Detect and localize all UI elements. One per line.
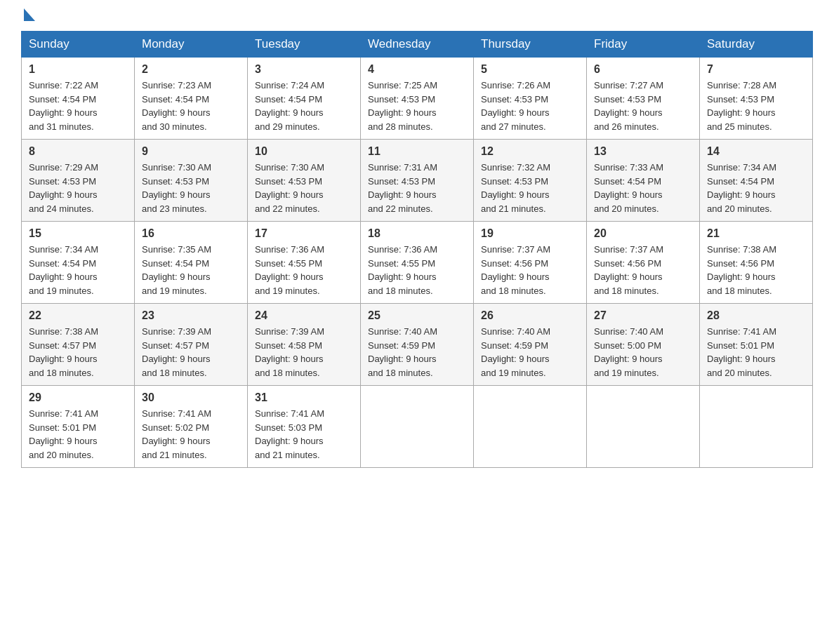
calendar-week-row: 8 Sunrise: 7:29 AMSunset: 4:53 PMDayligh… bbox=[22, 140, 813, 222]
calendar-cell bbox=[474, 386, 587, 468]
calendar-cell bbox=[587, 386, 700, 468]
day-info: Sunrise: 7:39 AMSunset: 4:57 PMDaylight:… bbox=[142, 326, 211, 378]
day-info: Sunrise: 7:35 AMSunset: 4:54 PMDaylight:… bbox=[142, 244, 211, 296]
calendar-week-row: 22 Sunrise: 7:38 AMSunset: 4:57 PMDaylig… bbox=[22, 304, 813, 386]
calendar-cell: 29 Sunrise: 7:41 AMSunset: 5:01 PMDaylig… bbox=[22, 386, 135, 468]
calendar-cell: 16 Sunrise: 7:35 AMSunset: 4:54 PMDaylig… bbox=[135, 222, 248, 304]
calendar-cell: 11 Sunrise: 7:31 AMSunset: 4:53 PMDaylig… bbox=[361, 140, 474, 222]
day-info: Sunrise: 7:41 AMSunset: 5:01 PMDaylight:… bbox=[29, 408, 98, 460]
calendar-cell: 18 Sunrise: 7:36 AMSunset: 4:55 PMDaylig… bbox=[361, 222, 474, 304]
calendar-cell bbox=[700, 386, 813, 468]
calendar-cell: 14 Sunrise: 7:34 AMSunset: 4:54 PMDaylig… bbox=[700, 140, 813, 222]
calendar-cell: 23 Sunrise: 7:39 AMSunset: 4:57 PMDaylig… bbox=[135, 304, 248, 386]
calendar-cell: 12 Sunrise: 7:32 AMSunset: 4:53 PMDaylig… bbox=[474, 140, 587, 222]
weekday-header-monday: Monday bbox=[135, 32, 248, 58]
weekday-header-sunday: Sunday bbox=[22, 32, 135, 58]
calendar-cell bbox=[361, 386, 474, 468]
calendar-cell: 20 Sunrise: 7:37 AMSunset: 4:56 PMDaylig… bbox=[587, 222, 700, 304]
day-number: 14 bbox=[707, 145, 805, 158]
day-info: Sunrise: 7:34 AMSunset: 4:54 PMDaylight:… bbox=[29, 244, 98, 296]
day-info: Sunrise: 7:30 AMSunset: 4:53 PMDaylight:… bbox=[255, 162, 324, 214]
calendar-cell: 27 Sunrise: 7:40 AMSunset: 5:00 PMDaylig… bbox=[587, 304, 700, 386]
day-number: 21 bbox=[707, 227, 805, 240]
day-number: 5 bbox=[481, 63, 579, 76]
day-number: 27 bbox=[594, 309, 692, 322]
day-number: 6 bbox=[594, 63, 692, 76]
day-info: Sunrise: 7:36 AMSunset: 4:55 PMDaylight:… bbox=[255, 244, 324, 296]
calendar-cell: 2 Sunrise: 7:23 AMSunset: 4:54 PMDayligh… bbox=[135, 58, 248, 140]
day-info: Sunrise: 7:31 AMSunset: 4:53 PMDaylight:… bbox=[368, 162, 437, 214]
calendar-cell: 31 Sunrise: 7:41 AMSunset: 5:03 PMDaylig… bbox=[248, 386, 361, 468]
day-number: 15 bbox=[29, 227, 127, 240]
day-info: Sunrise: 7:29 AMSunset: 4:53 PMDaylight:… bbox=[29, 162, 98, 214]
day-info: Sunrise: 7:22 AMSunset: 4:54 PMDaylight:… bbox=[29, 80, 98, 132]
calendar-cell: 19 Sunrise: 7:37 AMSunset: 4:56 PMDaylig… bbox=[474, 222, 587, 304]
calendar-cell: 8 Sunrise: 7:29 AMSunset: 4:53 PMDayligh… bbox=[22, 140, 135, 222]
day-number: 29 bbox=[29, 391, 127, 404]
day-number: 23 bbox=[142, 309, 240, 322]
day-info: Sunrise: 7:40 AMSunset: 4:59 PMDaylight:… bbox=[481, 326, 550, 378]
day-info: Sunrise: 7:39 AMSunset: 4:58 PMDaylight:… bbox=[255, 326, 324, 378]
day-number: 22 bbox=[29, 309, 127, 322]
day-number: 8 bbox=[29, 145, 127, 158]
day-number: 11 bbox=[368, 145, 466, 158]
day-number: 19 bbox=[481, 227, 579, 240]
day-number: 18 bbox=[368, 227, 466, 240]
calendar-cell: 28 Sunrise: 7:41 AMSunset: 5:01 PMDaylig… bbox=[700, 304, 813, 386]
weekday-header-wednesday: Wednesday bbox=[361, 32, 474, 58]
page-header bbox=[21, 14, 813, 17]
calendar-cell: 21 Sunrise: 7:38 AMSunset: 4:56 PMDaylig… bbox=[700, 222, 813, 304]
calendar-week-row: 15 Sunrise: 7:34 AMSunset: 4:54 PMDaylig… bbox=[22, 222, 813, 304]
day-number: 4 bbox=[368, 63, 466, 76]
day-info: Sunrise: 7:41 AMSunset: 5:03 PMDaylight:… bbox=[255, 408, 324, 460]
day-info: Sunrise: 7:30 AMSunset: 4:53 PMDaylight:… bbox=[142, 162, 211, 214]
day-info: Sunrise: 7:37 AMSunset: 4:56 PMDaylight:… bbox=[481, 244, 550, 296]
day-number: 31 bbox=[255, 391, 353, 404]
calendar-cell: 24 Sunrise: 7:39 AMSunset: 4:58 PMDaylig… bbox=[248, 304, 361, 386]
day-number: 17 bbox=[255, 227, 353, 240]
calendar-table: SundayMondayTuesdayWednesdayThursdayFrid… bbox=[21, 31, 813, 468]
weekday-header-saturday: Saturday bbox=[700, 32, 813, 58]
day-number: 3 bbox=[255, 63, 353, 76]
day-number: 24 bbox=[255, 309, 353, 322]
calendar-cell: 5 Sunrise: 7:26 AMSunset: 4:53 PMDayligh… bbox=[474, 58, 587, 140]
day-number: 7 bbox=[707, 63, 805, 76]
calendar-cell: 15 Sunrise: 7:34 AMSunset: 4:54 PMDaylig… bbox=[22, 222, 135, 304]
weekday-header-thursday: Thursday bbox=[474, 32, 587, 58]
calendar-cell: 6 Sunrise: 7:27 AMSunset: 4:53 PMDayligh… bbox=[587, 58, 700, 140]
weekday-header-tuesday: Tuesday bbox=[248, 32, 361, 58]
day-info: Sunrise: 7:23 AMSunset: 4:54 PMDaylight:… bbox=[142, 80, 211, 132]
day-number: 16 bbox=[142, 227, 240, 240]
day-info: Sunrise: 7:41 AMSunset: 5:02 PMDaylight:… bbox=[142, 408, 211, 460]
day-number: 10 bbox=[255, 145, 353, 158]
calendar-cell: 3 Sunrise: 7:24 AMSunset: 4:54 PMDayligh… bbox=[248, 58, 361, 140]
day-number: 13 bbox=[594, 145, 692, 158]
calendar-cell: 1 Sunrise: 7:22 AMSunset: 4:54 PMDayligh… bbox=[22, 58, 135, 140]
calendar-cell: 7 Sunrise: 7:28 AMSunset: 4:53 PMDayligh… bbox=[700, 58, 813, 140]
day-info: Sunrise: 7:34 AMSunset: 4:54 PMDaylight:… bbox=[707, 162, 776, 214]
day-number: 2 bbox=[142, 63, 240, 76]
calendar-cell: 10 Sunrise: 7:30 AMSunset: 4:53 PMDaylig… bbox=[248, 140, 361, 222]
calendar-cell: 26 Sunrise: 7:40 AMSunset: 4:59 PMDaylig… bbox=[474, 304, 587, 386]
day-info: Sunrise: 7:41 AMSunset: 5:01 PMDaylight:… bbox=[707, 326, 776, 378]
day-info: Sunrise: 7:27 AMSunset: 4:53 PMDaylight:… bbox=[594, 80, 663, 132]
day-number: 9 bbox=[142, 145, 240, 158]
day-info: Sunrise: 7:40 AMSunset: 4:59 PMDaylight:… bbox=[368, 326, 437, 378]
day-info: Sunrise: 7:38 AMSunset: 4:57 PMDaylight:… bbox=[29, 326, 98, 378]
day-info: Sunrise: 7:25 AMSunset: 4:53 PMDaylight:… bbox=[368, 80, 437, 132]
day-info: Sunrise: 7:26 AMSunset: 4:53 PMDaylight:… bbox=[481, 80, 550, 132]
day-info: Sunrise: 7:38 AMSunset: 4:56 PMDaylight:… bbox=[707, 244, 776, 296]
day-info: Sunrise: 7:37 AMSunset: 4:56 PMDaylight:… bbox=[594, 244, 663, 296]
weekday-header-friday: Friday bbox=[587, 32, 700, 58]
day-info: Sunrise: 7:28 AMSunset: 4:53 PMDaylight:… bbox=[707, 80, 776, 132]
calendar-cell: 13 Sunrise: 7:33 AMSunset: 4:54 PMDaylig… bbox=[587, 140, 700, 222]
day-info: Sunrise: 7:32 AMSunset: 4:53 PMDaylight:… bbox=[481, 162, 550, 214]
weekday-header-row: SundayMondayTuesdayWednesdayThursdayFrid… bbox=[22, 32, 813, 58]
logo bbox=[21, 14, 35, 17]
day-info: Sunrise: 7:33 AMSunset: 4:54 PMDaylight:… bbox=[594, 162, 663, 214]
calendar-cell: 30 Sunrise: 7:41 AMSunset: 5:02 PMDaylig… bbox=[135, 386, 248, 468]
day-number: 12 bbox=[481, 145, 579, 158]
calendar-week-row: 1 Sunrise: 7:22 AMSunset: 4:54 PMDayligh… bbox=[22, 58, 813, 140]
calendar-cell: 25 Sunrise: 7:40 AMSunset: 4:59 PMDaylig… bbox=[361, 304, 474, 386]
day-number: 25 bbox=[368, 309, 466, 322]
